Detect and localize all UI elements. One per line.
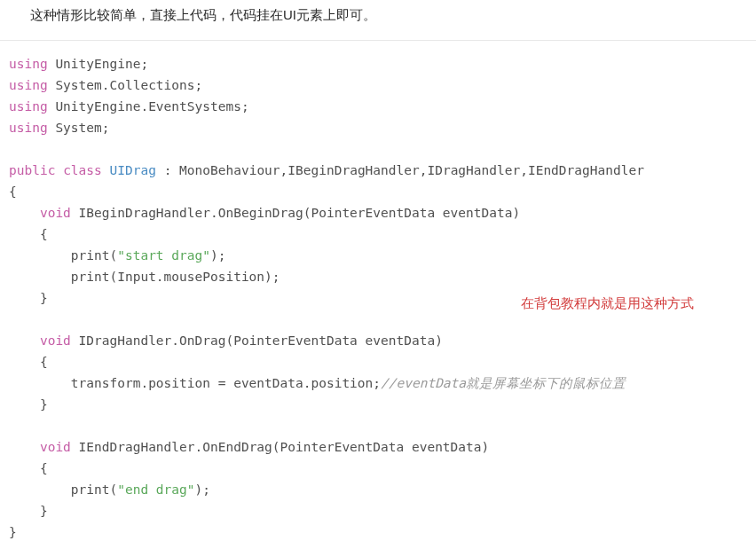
kw-public: public (9, 163, 55, 177)
method-sig: IEndDragHandler.OnEndDrag(PointerEventDa… (71, 440, 489, 454)
brace-close: } (9, 291, 48, 305)
kw-void: void (40, 440, 71, 454)
code-line: print(Input.mousePosition); (9, 270, 280, 284)
brace-open: { (9, 461, 48, 475)
kw-void: void (40, 206, 71, 220)
brace-close: } (9, 525, 17, 539)
string-literal: "start drag" (117, 248, 210, 263)
code-block: using UnityEngine; using System.Collecti… (0, 41, 756, 541)
kw-using: using (9, 121, 48, 135)
annotation-text: 在背包教程内就是用这种方式 (521, 293, 694, 314)
code-line: ); (210, 248, 225, 263)
code-line: UnityEngine.EventSystems; (48, 99, 249, 114)
kw-class: class (63, 163, 102, 177)
code-line: System.Collections; (48, 78, 203, 92)
comment: //eventData就是屏幕坐标下的鼠标位置 (381, 376, 626, 390)
code-line: print( (9, 482, 117, 497)
method-sig: IBeginDragHandler.OnBeginDrag(PointerEve… (71, 206, 520, 220)
kw-using: using (9, 78, 48, 92)
code-line: UnityEngine; (48, 57, 149, 71)
brace-open: { (9, 184, 17, 199)
intro-text: 这种情形比较简单，直接上代码，代码挂在UI元素上即可。 (0, 0, 756, 41)
code-line: print( (9, 248, 117, 263)
brace-close: } (9, 397, 48, 412)
kw-using: using (9, 57, 48, 71)
code-line: ); (195, 482, 210, 497)
code-line: transform.position = eventData.position; (9, 376, 381, 390)
code-line: System; (48, 121, 110, 135)
method-sig: IDragHandler.OnDrag(PointerEventData eve… (71, 333, 443, 348)
string-literal: "end drag" (117, 482, 194, 497)
class-decl: : MonoBehaviour,IBeginDragHandler,IDragH… (156, 163, 644, 177)
kw-using: using (9, 99, 48, 114)
brace-close: } (9, 504, 48, 518)
kw-void: void (40, 333, 71, 348)
brace-open: { (9, 355, 48, 369)
brace-open: { (9, 227, 48, 241)
class-name: UIDrag (110, 163, 156, 177)
